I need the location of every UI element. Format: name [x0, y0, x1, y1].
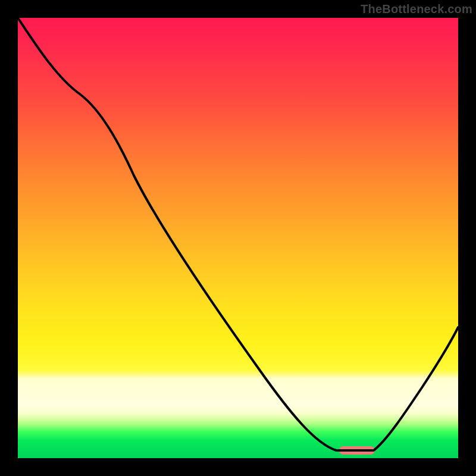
watermark-text: TheBottleneck.com: [361, 2, 472, 16]
chart-frame: TheBottleneck.com: [0, 0, 476, 476]
bottleneck-curve: [18, 18, 458, 458]
plot-area: [18, 18, 458, 458]
